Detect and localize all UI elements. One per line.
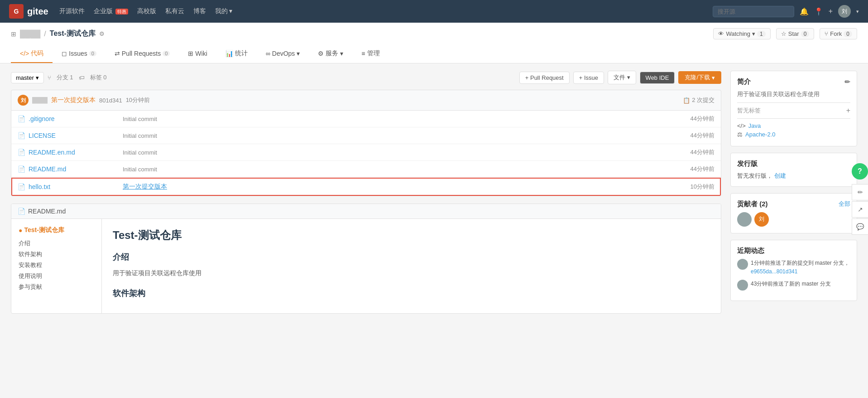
nav-private[interactable]: 私有云 [165,7,184,15]
readme-box: 📄 README.md ● Test-测试仓库 介绍 软件架构 安装教程 使用说… [11,204,721,314]
toc-item-install[interactable]: 安装教程 [19,260,94,271]
webide-button[interactable]: Web IDE [640,72,675,84]
activity-item-1: 1分钟前推送了新的提交到 master 分支， e9655da...801d34… [737,259,850,276]
sidebar-intro-title: 简介 ✏ [737,78,850,86]
code-icon: </> [20,50,29,57]
file-button[interactable]: 文件 ▾ [608,71,636,84]
clone-button[interactable]: 克隆/下载 ▾ [678,71,721,84]
toc-item-arch[interactable]: 软件架构 [19,249,94,260]
avatar-dropdown-icon: ▾ [856,9,859,15]
sidebar-contributors: 贡献者 (2) 全部 刘 [730,193,857,233]
tab-wiki[interactable]: ⊞ Wiki [179,45,216,63]
watch-button[interactable]: 👁 Watching ▾ 1 [713,28,770,39]
nav-opensource[interactable]: 开源软件 [59,7,85,15]
sidebar-contributors-title: 贡献者 (2) 全部 [737,200,850,209]
pull-request-button[interactable]: + Pull Request [519,72,570,84]
tab-stats[interactable]: 📊 统计 [216,45,257,63]
file-row-gitignore[interactable]: 📄 .gitignore Initial commit 44分钟前 [11,111,721,127]
star-icon: ☆ [781,30,786,37]
star-button[interactable]: ☆ Star 0 [776,28,815,39]
toc-dot: ● [19,227,22,234]
issue-button[interactable]: + Issue [573,72,604,84]
file-name-readme-md[interactable]: README.md [29,165,119,173]
file-commit-license: Initial commit [123,132,687,139]
commit-message-link[interactable]: 第一次提交版本 [51,96,96,104]
float-buttons: ? ✏ ↗ 💬 [852,163,868,235]
toc-item-intro[interactable]: 介绍 [19,238,94,249]
contributors-all-link[interactable]: 全部 [839,200,850,208]
file-name-readme-en[interactable]: README.en.md [29,149,119,156]
wiki-icon: ⊞ [188,50,193,57]
brand-logo[interactable]: G gitee [9,4,48,19]
tab-service[interactable]: ⚙ 服务 ▾ [309,45,352,63]
file-row-license[interactable]: 📄 LICENSE Initial commit 44分钟前 [11,127,721,144]
activity-item-2: 43分钟前推送了新的 master 分支 [737,280,850,291]
nav-enterprise[interactable]: 企业版 特惠 [94,7,128,15]
repo-name-link[interactable]: Test-测试仓库 [50,29,96,39]
nav-mine[interactable]: 我的 ▾ [215,7,233,15]
nav-blog[interactable]: 博客 [193,7,206,15]
file-name-gitignore[interactable]: .gitignore [29,115,119,122]
file-name-license[interactable]: LICENSE [29,132,119,139]
help-button[interactable]: ? [852,163,868,180]
file-icon-readme-md: 📄 [18,165,25,173]
sidebar-activity-title: 近期动态 [737,247,850,255]
contributor-avatar-2[interactable]: 刘 [754,212,769,227]
slash-separator: / [44,30,46,38]
file-row-hello-txt[interactable]: 📄 hello.txt 第一次提交版本 10分钟前 [11,178,721,196]
sidebar-intro-text: 用于验证项目关联远程仓库使用 [737,90,850,99]
repo-main: master ▾ ⑂ 分支 1 🏷 标签 0 + Pull Request + … [11,71,721,314]
stats-icon: 📊 [225,50,233,57]
activity-avatar-1 [737,259,748,270]
lang-item: </> Java [737,122,850,129]
float-chat-button[interactable]: 💬 [852,218,868,235]
commit-hash: 801d341 [99,97,122,104]
nav-university[interactable]: 高校版 [137,7,156,15]
readme-title: Test-测试仓库 [113,228,710,243]
release-create-link[interactable]: 创建 [774,172,786,179]
lang-link[interactable]: Java [748,122,761,129]
user-avatar[interactable]: 刘 [838,5,851,18]
tab-issues[interactable]: ◻ Issues 0 [53,45,106,63]
branch-icon: ⑂ [48,74,51,81]
file-row-readme-en[interactable]: 📄 README.en.md Initial commit 44分钟前 [11,144,721,161]
commit-count: 📋 2 次提交 [683,96,715,104]
license-link[interactable]: Apache-2.0 [745,131,776,138]
nav-right: 🔔 📍 + 刘 ▾ [713,5,859,18]
file-row-readme-md[interactable]: 📄 README.md Initial commit 44分钟前 [11,161,721,178]
tab-code[interactable]: </> 代码 [11,45,53,63]
toc-item-contrib[interactable]: 参与贡献 [19,282,94,292]
intro-edit-icon[interactable]: ✏ [844,78,850,86]
eye-icon: 👁 [718,30,724,37]
file-time-gitignore: 44分钟前 [691,115,715,123]
repo-title-row: ⊞ ████ / Test-测试仓库 ⚙ 👁 Watching ▾ 1 ☆ St… [11,28,857,39]
enterprise-badge: 特惠 [115,9,128,15]
add-icon[interactable]: + [829,7,833,15]
add-tag-icon[interactable]: + [846,107,850,115]
activity-commit-link-1[interactable]: e9655da...801d341 [751,268,797,275]
fork-button[interactable]: ⑂ Fork 0 [820,28,857,39]
file-name-hello-txt[interactable]: hello.txt [29,183,119,190]
tab-manage[interactable]: ≡ 管理 [352,45,388,63]
toolbar-right: + Pull Request + Issue 文件 ▾ Web IDE 克隆/下… [519,71,721,84]
repo-settings-icon[interactable]: ⚙ [99,30,105,37]
tab-devops[interactable]: ∞ DevOps ▾ [257,45,309,63]
repo-owner-link[interactable]: ████ [20,30,40,38]
brand-name: gitee [27,6,48,17]
sidebar-release: 发行版 暂无发行版， 创建 [730,153,857,187]
float-share-button[interactable]: ↗ [852,201,868,218]
location-icon[interactable]: 📍 [814,7,823,16]
nav-links: 开源软件 企业版 特惠 高校版 私有云 博客 我的 ▾ [59,7,702,15]
owner-name-blurred: ████ [20,30,40,38]
activity-avatar-2 [737,280,748,291]
navbar: G gitee 开源软件 企业版 特惠 高校版 私有云 博客 我的 ▾ 🔔 📍 … [0,0,868,23]
notification-bell-icon[interactable]: 🔔 [800,7,809,16]
tab-pull-requests[interactable]: ⇄ Pull Requests 0 [106,45,179,63]
sidebar-intro: 简介 ✏ 用于验证项目关联远程仓库使用 暂无标签 + </> Java ⚖ Ap… [730,71,857,146]
search-input[interactable] [713,6,794,17]
hello-txt-commit-link[interactable]: 第一次提交版本 [123,183,687,191]
branch-selector[interactable]: master ▾ [11,72,44,83]
contributor-avatar-1[interactable] [737,212,752,227]
float-edit-button[interactable]: ✏ [852,184,868,200]
toc-item-usage[interactable]: 使用说明 [19,271,94,282]
